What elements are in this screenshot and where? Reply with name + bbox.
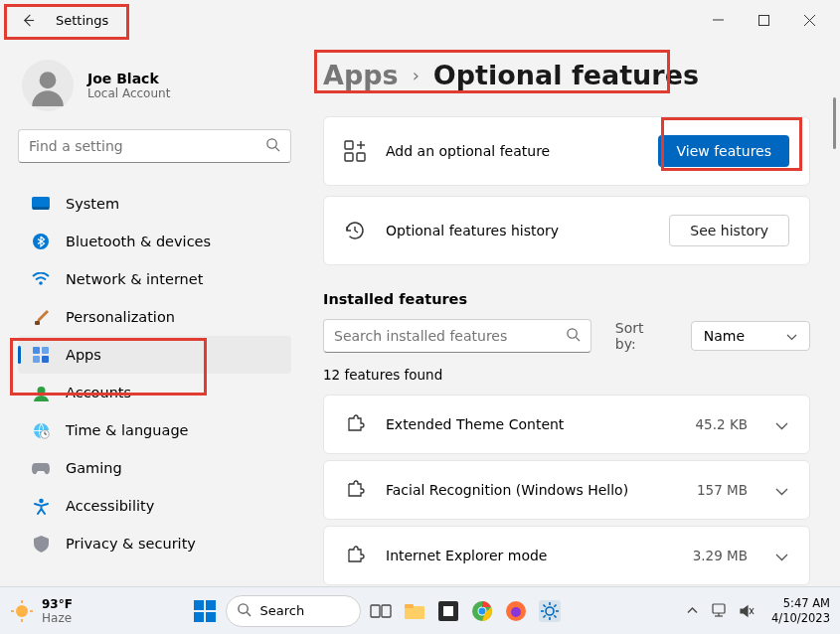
see-history-button[interactable]: See history xyxy=(669,215,789,246)
svg-rect-21 xyxy=(345,141,353,149)
sidebar-item-gaming[interactable]: Gaming xyxy=(18,449,291,487)
search-features-input[interactable] xyxy=(334,328,566,344)
network-tray-icon[interactable] xyxy=(710,601,730,621)
nav-label: System xyxy=(66,196,119,212)
svg-point-8 xyxy=(39,281,43,285)
sidebar-item-time[interactable]: Time & language xyxy=(18,411,291,449)
svg-rect-9 xyxy=(35,321,40,325)
weather-widget[interactable]: 93°F Haze xyxy=(10,597,73,625)
clock-time: 5:47 AM xyxy=(771,596,830,610)
search-features-box[interactable] xyxy=(323,319,591,353)
close-button[interactable] xyxy=(786,4,832,36)
svg-rect-41 xyxy=(371,605,380,617)
breadcrumb-parent[interactable]: Apps xyxy=(323,60,399,90)
maximize-button[interactable] xyxy=(741,4,786,36)
clock[interactable]: 5:47 AM 4/10/2023 xyxy=(771,596,830,625)
content-area: Apps › Optional features Add an optional… xyxy=(303,40,840,586)
sidebar-item-network[interactable]: Network & internet xyxy=(18,260,291,298)
chevron-down-icon xyxy=(775,415,789,434)
feature-name: Internet Explorer mode xyxy=(386,548,673,563)
settings-app-icon[interactable] xyxy=(536,597,564,625)
sidebar-item-accounts[interactable]: Accounts xyxy=(18,374,291,411)
chevron-down-icon xyxy=(775,481,789,500)
task-view-icon[interactable] xyxy=(367,597,395,625)
card-label: Add an optional feature xyxy=(386,143,638,159)
system-tray: 5:47 AM 4/10/2023 xyxy=(682,596,830,625)
weather-icon xyxy=(10,599,34,623)
sidebar-item-bluetooth[interactable]: Bluetooth & devices xyxy=(18,223,291,260)
title-bar: Settings xyxy=(0,0,840,40)
sidebar-item-personalization[interactable]: Personalization xyxy=(18,298,291,336)
sidebar-item-apps[interactable]: Apps xyxy=(18,336,291,374)
sidebar-item-privacy[interactable]: Privacy & security xyxy=(18,525,291,562)
start-button[interactable] xyxy=(190,596,220,626)
svg-line-40 xyxy=(248,612,252,616)
installed-header: Installed features xyxy=(323,291,810,307)
puzzle-icon xyxy=(344,479,366,501)
system-icon xyxy=(32,195,50,213)
taskbar-search[interactable]: Search xyxy=(226,595,361,627)
taskbar-search-label: Search xyxy=(259,603,304,618)
card-label: Optional features history xyxy=(386,223,649,238)
sort-label: Sort by: xyxy=(615,320,667,352)
svg-rect-6 xyxy=(33,207,50,210)
wifi-icon xyxy=(32,270,50,288)
feature-name: Facial Recognition (Windows Hello) xyxy=(386,482,677,498)
chevron-right-icon: › xyxy=(413,65,420,85)
breadcrumb: Apps › Optional features xyxy=(323,60,810,90)
apps-icon xyxy=(32,346,50,364)
svg-rect-11 xyxy=(42,347,49,354)
feature-item[interactable]: Extended Theme Content 45.2 KB xyxy=(323,395,810,454)
features-count: 12 features found xyxy=(323,367,810,383)
scrollbar-thumb[interactable] xyxy=(833,97,836,149)
feature-size: 157 MB xyxy=(697,482,748,498)
svg-rect-22 xyxy=(345,153,353,161)
svg-rect-37 xyxy=(194,612,204,622)
nav-label: Bluetooth & devices xyxy=(66,234,211,249)
svg-rect-36 xyxy=(206,600,216,610)
dark-app-icon[interactable] xyxy=(434,597,462,625)
svg-rect-5 xyxy=(33,198,50,209)
nav-label: Privacy & security xyxy=(66,536,196,552)
window-controls xyxy=(695,4,832,36)
chevron-down-icon xyxy=(775,547,789,565)
svg-rect-46 xyxy=(443,606,453,616)
svg-point-20 xyxy=(39,498,44,503)
weather-cond: Haze xyxy=(42,611,73,625)
clock-date: 4/10/2023 xyxy=(771,611,830,625)
back-arrow-icon[interactable] xyxy=(20,12,36,28)
history-icon xyxy=(344,220,366,241)
explorer-icon[interactable] xyxy=(401,597,428,625)
svg-point-2 xyxy=(40,72,57,88)
sort-select[interactable]: Name xyxy=(691,321,810,351)
svg-point-28 xyxy=(568,328,577,337)
minimize-button[interactable] xyxy=(695,4,741,36)
view-features-button[interactable]: View features xyxy=(658,135,789,167)
add-feature-card: Add an optional feature View features xyxy=(323,116,810,186)
accounts-icon xyxy=(32,384,50,401)
svg-rect-35 xyxy=(194,600,204,610)
feature-item[interactable]: Facial Recognition (Windows Hello) 157 M… xyxy=(323,460,810,520)
weather-temp: 93°F xyxy=(42,597,73,611)
firefox-icon[interactable] xyxy=(502,597,530,625)
sidebar-item-accessibility[interactable]: Accessibility xyxy=(18,487,291,525)
history-card: Optional features history See history xyxy=(323,196,810,265)
svg-line-29 xyxy=(576,337,580,341)
svg-rect-12 xyxy=(33,356,40,363)
search-settings-input[interactable] xyxy=(29,138,265,154)
clock-globe-icon xyxy=(32,421,50,439)
search-icon xyxy=(265,137,280,156)
volume-icon[interactable] xyxy=(738,601,757,621)
user-block[interactable]: Joe Black Local Account xyxy=(18,60,291,111)
tray-overflow-icon[interactable] xyxy=(682,601,702,621)
puzzle-icon xyxy=(344,413,366,435)
feature-size: 45.2 KB xyxy=(696,416,748,432)
chrome-icon[interactable] xyxy=(468,597,496,625)
search-settings-box[interactable] xyxy=(18,129,291,163)
feature-item[interactable]: Internet Explorer mode 3.29 MB xyxy=(323,526,810,585)
sidebar-item-system[interactable]: System xyxy=(18,185,291,223)
sort-value: Name xyxy=(704,328,745,344)
page-title: Optional features xyxy=(433,60,699,90)
svg-line-27 xyxy=(355,231,358,233)
user-name: Joe Black xyxy=(87,71,170,86)
